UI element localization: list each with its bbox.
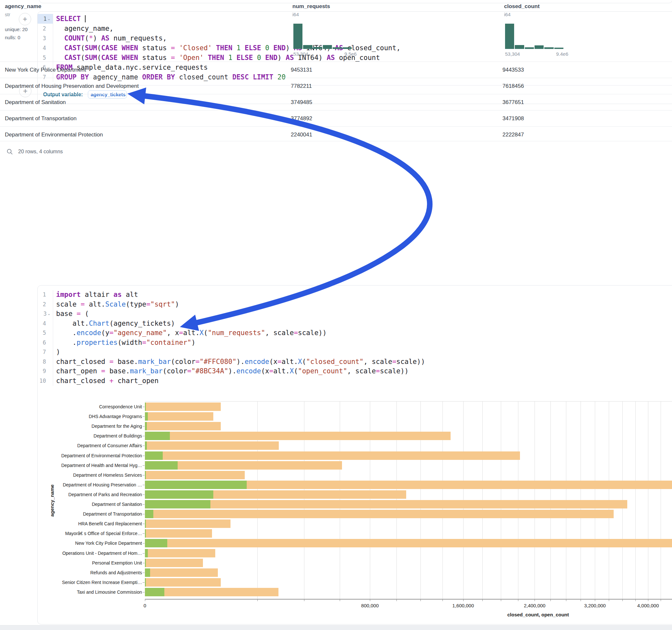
table-row[interactable]: New York City Police Department945313194… — [0, 62, 672, 78]
token: AS — [286, 54, 294, 62]
token: COUNT — [64, 34, 85, 42]
table-cell: New York City Police Department — [5, 67, 86, 73]
code-line[interactable]: 10chart_closed + chart_open — [38, 376, 672, 386]
table-row[interactable]: Department of Sanitation37494853677651 — [0, 94, 672, 110]
line-number: 1 — [38, 290, 53, 300]
code-line[interactable]: 5 .encode(y="agency_name", x=alt.X("num_… — [38, 328, 672, 338]
token: ELSE — [245, 44, 261, 52]
stat-line: unique: 20 — [5, 25, 28, 33]
code-text: chart_open = base.mark_bar(color="#8BC34… — [53, 366, 408, 376]
fold-chevron-icon[interactable]: ⌄ — [47, 14, 51, 24]
line-number: 9 — [38, 366, 53, 376]
code-line[interactable]: 2scale = alt.Scale(type="sqrt") — [38, 300, 672, 310]
token: encode — [236, 367, 261, 375]
histogram-bar — [303, 45, 312, 49]
python-editor[interactable]: 1import altair as alt2scale = alt.Scale(… — [38, 286, 672, 386]
token: THEN — [216, 44, 233, 52]
token — [261, 44, 265, 52]
line-number-text: 2 — [43, 24, 46, 33]
code-line[interactable]: 9chart_open = base.mark_bar(color="#8BC3… — [38, 366, 672, 376]
code-text: agency_name, — [53, 24, 114, 33]
line-number-text: 7 — [43, 347, 46, 357]
code-line[interactable]: 7) — [38, 347, 672, 357]
line-number-text: 5 — [43, 53, 46, 63]
token: + — [109, 377, 114, 385]
line-number: 2 — [38, 24, 53, 33]
token — [253, 54, 257, 62]
token: 'Closed' — [179, 44, 212, 52]
token — [224, 54, 229, 62]
token: chart_closed — [56, 377, 109, 385]
histogram-bar — [323, 45, 332, 49]
code-line[interactable]: 2 agency_name, — [38, 24, 672, 33]
code-line[interactable]: 1import altair as alt — [38, 290, 672, 300]
token: = — [392, 358, 397, 366]
table-cell: Department of Housing Preservation and D… — [5, 83, 139, 90]
token: scale — [56, 300, 81, 308]
token — [261, 54, 265, 62]
table-cell: 9443533 — [502, 67, 524, 73]
code-line[interactable]: 6 .properties(width="container") — [38, 338, 672, 348]
code-text: alt.Chart(agency_tickets) — [53, 319, 175, 329]
search-icon[interactable] — [6, 148, 13, 155]
token: chart_open — [56, 367, 101, 375]
token: "container" — [146, 339, 191, 346]
table-row[interactable]: Department of Environmental Protection22… — [0, 126, 672, 143]
column-stats: unique: 20nulls: 0 — [5, 25, 28, 42]
code-line[interactable]: 3 COUNT(*) AS num_requests, — [38, 33, 672, 43]
column-type: i64 — [504, 12, 510, 17]
histogram-bar — [293, 24, 303, 49]
token: chart_closed — [56, 358, 109, 366]
line-number: 6 — [38, 338, 53, 348]
token: END — [265, 54, 278, 62]
column-name: num_requests — [292, 3, 330, 10]
token — [212, 44, 216, 52]
token: mark_bar — [138, 358, 171, 366]
table-footer: 20 rows, 4 columns — [0, 141, 672, 162]
table-cell: 3677651 — [502, 99, 524, 106]
token: num_requests, — [109, 34, 167, 42]
token: "sqrt" — [150, 300, 175, 308]
token: SUM — [85, 44, 97, 52]
add-cell-button[interactable]: + — [19, 13, 31, 25]
line-number: 7 — [38, 347, 53, 357]
table-cell: Department of Sanitation — [5, 99, 66, 106]
next-cell-edge — [0, 625, 672, 630]
histogram-min: 53,304 — [505, 51, 520, 57]
code-line[interactable]: 1⌄SELECT — [38, 14, 672, 24]
code-text: base = ( — [53, 309, 89, 319]
token: base. — [114, 358, 138, 366]
token: = — [76, 310, 81, 318]
token — [269, 44, 273, 52]
code-text: .encode(y="agency_name", x=alt.X("num_re… — [53, 328, 327, 338]
line-number: 2 — [38, 300, 53, 310]
token: = — [294, 329, 298, 337]
histogram-range: 53,3049.5e6 — [293, 51, 357, 57]
token: encode — [76, 329, 101, 337]
code-line[interactable]: 3⌄base = ( — [38, 309, 672, 319]
token: ( — [97, 54, 101, 62]
token: X — [290, 367, 294, 375]
table-row[interactable]: Department of Transportation377489234719… — [0, 110, 672, 126]
token: ( — [203, 329, 208, 337]
token: scale)) — [298, 329, 327, 337]
code-line[interactable]: 8chart_closed = base.mark_bar(color="#FF… — [38, 357, 672, 367]
token: "open_count" — [298, 367, 347, 375]
table-row[interactable]: Department of Housing Preservation and D… — [0, 78, 672, 94]
code-text: ) — [53, 347, 60, 357]
token: alt. — [281, 358, 298, 366]
token: (x — [269, 358, 278, 366]
token: = — [142, 339, 146, 346]
token: "#FFC080" — [200, 358, 237, 366]
token — [175, 54, 179, 62]
token: ( — [97, 44, 101, 52]
token: , scale — [363, 358, 392, 366]
table-cell: 7618456 — [502, 83, 524, 90]
fold-chevron-icon[interactable]: ⌄ — [47, 309, 51, 319]
line-number: 5 — [38, 328, 53, 338]
token: ) — [191, 339, 195, 346]
code-line[interactable]: 4 alt.Chart(agency_tickets) — [38, 319, 672, 329]
token: = — [187, 367, 192, 375]
histogram-max: 9.5e6 — [344, 51, 357, 57]
token: . — [56, 339, 76, 346]
